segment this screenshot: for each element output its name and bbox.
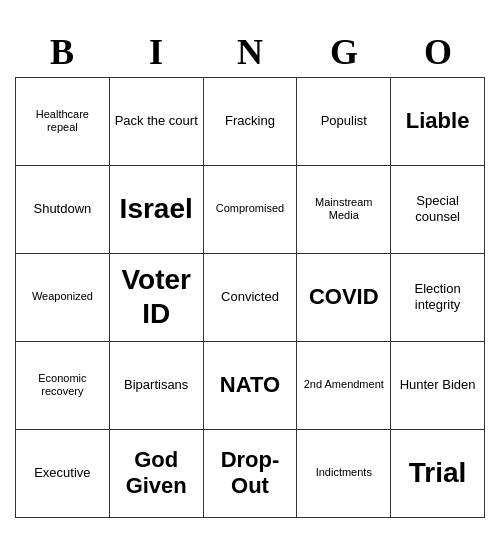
bingo-cell: Convicted (204, 254, 298, 342)
bingo-cell: 2nd Amendment (297, 342, 391, 430)
cell-text: Israel (120, 192, 193, 226)
cell-text: 2nd Amendment (304, 378, 384, 391)
bingo-cell: Executive (16, 430, 110, 518)
bingo-cell: Voter ID (110, 254, 204, 342)
bingo-cell: Indictments (297, 430, 391, 518)
bingo-grid: Healthcare repealPack the courtFrackingP… (15, 77, 485, 518)
cell-text: Bipartisans (124, 377, 188, 393)
cell-text: Mainstream Media (301, 196, 386, 222)
cell-text: Special counsel (395, 193, 480, 224)
bingo-cell: Israel (110, 166, 204, 254)
cell-text: Liable (406, 108, 470, 134)
bingo-cell: Healthcare repeal (16, 78, 110, 166)
header-letter: I (109, 27, 203, 77)
cell-text: Healthcare repeal (20, 108, 105, 134)
cell-text: Economic recovery (20, 372, 105, 398)
cell-text: Trial (409, 456, 467, 490)
cell-text: Hunter Biden (400, 377, 476, 393)
bingo-cell: Drop-Out (204, 430, 298, 518)
bingo-cell: Shutdown (16, 166, 110, 254)
cell-text: Election integrity (395, 281, 480, 312)
cell-text: Executive (34, 465, 90, 481)
bingo-cell: Special counsel (391, 166, 485, 254)
bingo-cell: Hunter Biden (391, 342, 485, 430)
bingo-cell: Compromised (204, 166, 298, 254)
cell-text: NATO (220, 372, 280, 398)
cell-text: Pack the court (115, 113, 198, 129)
bingo-cell: NATO (204, 342, 298, 430)
cell-text: Indictments (316, 466, 372, 479)
bingo-cell: COVID (297, 254, 391, 342)
bingo-cell: Pack the court (110, 78, 204, 166)
bingo-cell: Fracking (204, 78, 298, 166)
bingo-cell: Bipartisans (110, 342, 204, 430)
cell-text: Weaponized (32, 290, 93, 303)
bingo-cell: Weaponized (16, 254, 110, 342)
cell-text: Compromised (216, 202, 284, 215)
cell-text: Populist (321, 113, 367, 129)
bingo-cell: Economic recovery (16, 342, 110, 430)
bingo-cell: Populist (297, 78, 391, 166)
bingo-cell: Trial (391, 430, 485, 518)
bingo-cell: Election integrity (391, 254, 485, 342)
header-letter: B (15, 27, 109, 77)
cell-text: God Given (114, 447, 199, 500)
cell-text: COVID (309, 284, 379, 310)
header-letter: G (297, 27, 391, 77)
bingo-card: BINGO Healthcare repealPack the courtFra… (15, 27, 485, 518)
header-letter: O (391, 27, 485, 77)
bingo-cell: God Given (110, 430, 204, 518)
header-letter: N (203, 27, 297, 77)
cell-text: Fracking (225, 113, 275, 129)
cell-text: Drop-Out (208, 447, 293, 500)
cell-text: Convicted (221, 289, 279, 305)
cell-text: Voter ID (114, 263, 199, 330)
cell-text: Shutdown (33, 201, 91, 217)
bingo-cell: Mainstream Media (297, 166, 391, 254)
bingo-header: BINGO (15, 27, 485, 77)
bingo-cell: Liable (391, 78, 485, 166)
